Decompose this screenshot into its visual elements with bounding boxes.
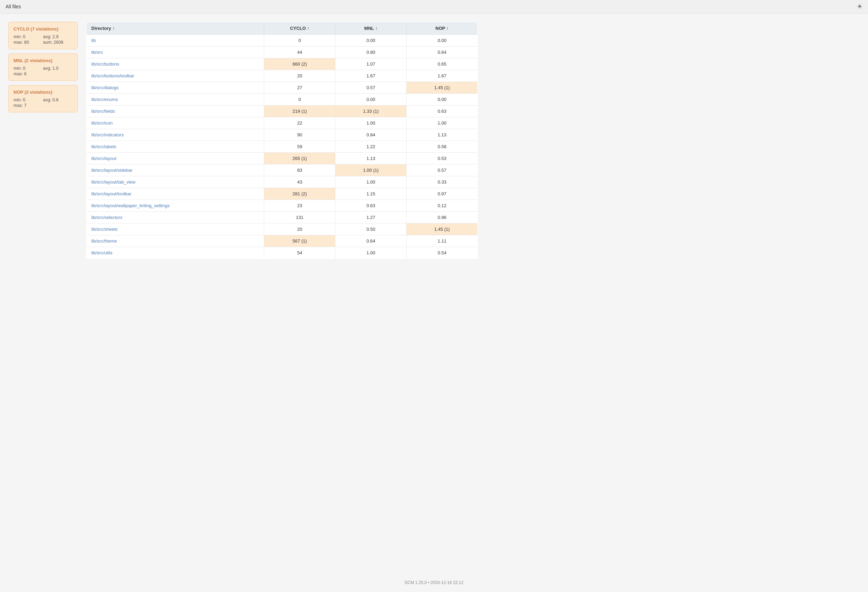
nop-cell: 0.33: [407, 176, 478, 188]
dir-cell: lib/src/sheets: [86, 224, 264, 235]
stat-label: max: 80: [13, 40, 43, 45]
dir-link[interactable]: lib/src/buttons/toolbar: [91, 73, 134, 78]
violation-title-nop: NOP (2 violations): [13, 90, 72, 95]
dir-link[interactable]: lib/src/selectors: [91, 215, 123, 220]
dir-cell: lib/src/dialogs: [86, 82, 264, 94]
dir-cell: lib/src/layout/wallpaper_tinting_setting…: [86, 200, 264, 212]
dir-link[interactable]: lib/src/layout: [91, 156, 116, 161]
top-bar: All files ☀: [0, 0, 868, 13]
table-row: lib00.000.00: [86, 35, 478, 47]
table-row: lib/src/enums00.000.00: [86, 94, 478, 106]
stat-label: min: 0: [13, 34, 43, 39]
table-row: lib/src/sheets200.501.45 (1): [86, 224, 478, 235]
dir-cell: lib/src/theme: [86, 235, 264, 247]
table-row: lib/src/layout/toolbar281 (2)1.150.97: [86, 188, 478, 200]
cyclo-cell: 23: [264, 200, 335, 212]
dir-cell: lib/src/layout/sidebar: [86, 165, 264, 176]
dir-cell: lib/src/layout/toolbar: [86, 188, 264, 200]
dir-cell: lib/src/layout: [86, 153, 264, 165]
mnl-cell: 0.57: [335, 82, 407, 94]
dir-link[interactable]: lib/src/sheets: [91, 227, 118, 232]
violation-stats-nop: min: 0avg: 0.8max: 7: [13, 97, 72, 108]
dir-link[interactable]: lib/src/layout/sidebar: [91, 168, 133, 173]
dir-link[interactable]: lib/src/icon: [91, 121, 112, 126]
dir-link[interactable]: lib/src/layout/toolbar: [91, 191, 131, 196]
dir-cell: lib/src/icon: [86, 117, 264, 129]
settings-icon[interactable]: ☀: [857, 3, 862, 10]
col-header-nop[interactable]: NOP ↑: [407, 22, 478, 35]
dir-link[interactable]: lib/src: [91, 50, 103, 55]
dir-cell: lib/src/fields: [86, 106, 264, 117]
dir-link[interactable]: lib/src/utils: [91, 250, 112, 255]
sidebar: CYCLO (7 violations)min: 0avg: 2.9max: 8…: [8, 22, 78, 259]
violation-title-cyclo: CYCLO (7 violations): [13, 27, 72, 32]
stat-label: sum: 2608: [43, 40, 72, 45]
dir-link[interactable]: lib/src/layout/wallpaper_tinting_setting…: [91, 203, 170, 208]
violation-card-nop: NOP (2 violations)min: 0avg: 0.8max: 7: [8, 85, 78, 112]
mnl-cell: 0.64: [335, 235, 407, 247]
table-row: lib/src/labels591.220.58: [86, 141, 478, 153]
dir-link[interactable]: lib/src/enums: [91, 97, 118, 102]
dir-cell: lib: [86, 35, 264, 47]
mnl-cell: 1.00: [335, 247, 407, 259]
violation-stats-mnl: min: 0avg: 1.0max: 6: [13, 66, 72, 77]
nop-cell: 1.45 (1): [407, 82, 478, 94]
dir-link[interactable]: lib/src/buttons: [91, 62, 119, 66]
dir-cell: lib/src/buttons: [86, 58, 264, 70]
dir-link[interactable]: lib/src/indicators: [91, 132, 124, 137]
violation-stats-cyclo: min: 0avg: 2.9max: 80sum: 2608: [13, 34, 72, 45]
table-row: lib/src/utils541.000.54: [86, 247, 478, 259]
nop-cell: 1.11: [407, 235, 478, 247]
table-row: lib/src/dialogs270.571.45 (1): [86, 82, 478, 94]
table-row: lib/src/icon221.001.00: [86, 117, 478, 129]
table-row: lib/src/selectors1311.270.96: [86, 212, 478, 224]
metrics-table: Directory ↑CYCLO ↑MNL ↑NOP ↑lib00.000.00…: [86, 22, 478, 259]
violation-card-mnl: MNL (2 violations)min: 0avg: 1.0max: 6: [8, 53, 78, 81]
dir-link[interactable]: lib/src/labels: [91, 144, 116, 149]
mnl-cell: 1.27: [335, 212, 407, 224]
nop-cell: 0.63: [407, 106, 478, 117]
dir-link[interactable]: lib/src/dialogs: [91, 85, 119, 90]
stat-label: max: 7: [13, 103, 43, 108]
mnl-cell: 1.13: [335, 153, 407, 165]
cyclo-cell: 131: [264, 212, 335, 224]
dir-cell: lib/src/utils: [86, 247, 264, 259]
mnl-cell: 1.67: [335, 70, 407, 82]
col-header-cyclo[interactable]: CYCLO ↑: [264, 22, 335, 35]
mnl-cell: 1.07: [335, 58, 407, 70]
dir-link[interactable]: lib/src/theme: [91, 239, 117, 244]
mnl-cell: 1.33 (1): [335, 106, 407, 117]
cyclo-cell: 27: [264, 82, 335, 94]
table-row: lib/src/layout265 (1)1.130.53: [86, 153, 478, 165]
mnl-cell: 0.80: [335, 47, 407, 58]
table-row: lib/src/layout/sidebar831.00 (1)0.57: [86, 165, 478, 176]
nop-cell: 0.96: [407, 212, 478, 224]
col-header-directory[interactable]: Directory ↑: [86, 22, 264, 35]
table-area: Directory ↑CYCLO ↑MNL ↑NOP ↑lib00.000.00…: [86, 22, 478, 259]
table-row: lib/src/layout/tab_view431.000.33: [86, 176, 478, 188]
mnl-cell: 0.00: [335, 94, 407, 106]
nop-cell: 0.65: [407, 58, 478, 70]
nop-cell: 0.97: [407, 188, 478, 200]
violation-title-mnl: MNL (2 violations): [13, 58, 72, 63]
mnl-cell: 1.00 (1): [335, 165, 407, 176]
dir-link[interactable]: lib: [91, 38, 96, 43]
dir-link[interactable]: lib/src/fields: [91, 109, 115, 114]
table-row: lib/src/buttons/toolbar201.671.67: [86, 70, 478, 82]
stat-label: avg: 1.0: [43, 66, 72, 71]
mnl-cell: 1.00: [335, 176, 407, 188]
dir-cell: lib/src/layout/tab_view: [86, 176, 264, 188]
mnl-cell: 0.63: [335, 200, 407, 212]
dir-cell: lib/src/buttons/toolbar: [86, 70, 264, 82]
nop-cell: 0.57: [407, 165, 478, 176]
cyclo-cell: 660 (2): [264, 58, 335, 70]
mnl-cell: 0.50: [335, 224, 407, 235]
mnl-cell: 0.84: [335, 129, 407, 141]
cyclo-cell: 59: [264, 141, 335, 153]
col-header-mnl[interactable]: MNL ↑: [335, 22, 407, 35]
table-row: lib/src/fields219 (1)1.33 (1)0.63: [86, 106, 478, 117]
cyclo-cell: 22: [264, 117, 335, 129]
dir-cell: lib/src/enums: [86, 94, 264, 106]
table-row: lib/src/theme567 (1)0.641.11: [86, 235, 478, 247]
dir-link[interactable]: lib/src/layout/tab_view: [91, 180, 136, 185]
